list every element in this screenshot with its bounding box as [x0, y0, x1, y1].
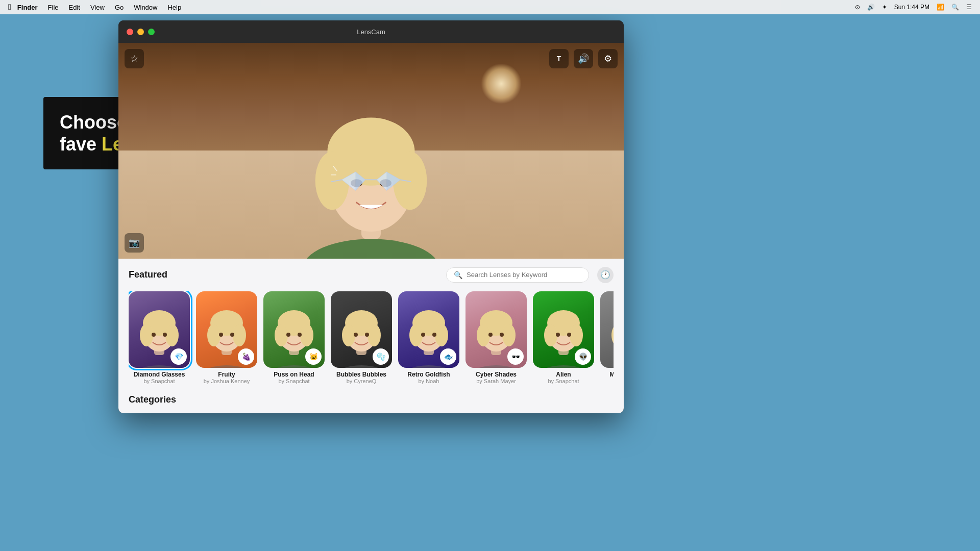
settings-icon: ⚙ — [604, 53, 612, 64]
camera-preview — [118, 43, 624, 259]
twitch-button[interactable]: T — [549, 49, 569, 68]
svg-point-24 — [165, 324, 179, 346]
apple-menu[interactable]:  — [8, 3, 11, 12]
person-preview — [269, 64, 473, 258]
featured-panel: Featured 🔍 🕐 — [118, 259, 624, 413]
svg-point-34 — [230, 333, 234, 337]
svg-point-72 — [570, 324, 583, 346]
lens-item[interactable]: 🕶️Cyber Shadesby Sarah Mayer — [465, 291, 527, 384]
lens-thumb[interactable]: 💎 — [129, 291, 190, 368]
lens-avatar-badge: 💎 — [170, 348, 187, 365]
search-input[interactable] — [467, 271, 581, 279]
lens-thumb-inner: 🕶️ — [465, 291, 527, 368]
svg-point-32 — [233, 324, 246, 346]
svg-point-42 — [298, 333, 302, 337]
lens-item[interactable]: 🐱Puss on Headby Snapchat — [263, 291, 325, 384]
lens-author: by Snapchat — [278, 378, 309, 384]
lens-name: Cyber Shades — [476, 371, 517, 378]
menu-go[interactable]: Go — [115, 4, 124, 11]
camera-icon: 📷 — [129, 237, 140, 248]
lens-avatar-badge: 🍇 — [238, 348, 254, 365]
lens-thumb[interactable]: 🕶️ — [465, 291, 527, 368]
lens-item[interactable]: 💎Diamond Glassesby Snapchat — [129, 291, 190, 384]
audio-icon: 🔊 — [578, 53, 589, 64]
lens-thumb[interactable]: 🐱 — [263, 291, 325, 368]
lens-thumb-inner: 👽 — [533, 291, 594, 368]
lens-author: by Sarah Mayer — [476, 378, 516, 384]
lens-avatar-badge: 👽 — [575, 348, 591, 365]
svg-point-50 — [365, 333, 369, 337]
lens-thumb-inner: 🍇 — [196, 291, 257, 368]
lens-thumb-inner: 💎 — [129, 291, 190, 368]
app-window: LensCam — [118, 20, 624, 413]
volume-icon: 🔊 — [867, 4, 875, 11]
lens-item[interactable]: 🐟Retro Goldfishby Noah — [398, 291, 459, 384]
svg-point-25 — [152, 333, 156, 337]
svg-point-59 — [471, 365, 522, 368]
svg-point-55 — [409, 324, 423, 346]
menu-file[interactable]: File — [48, 4, 59, 11]
twitch-icon: T — [557, 55, 561, 63]
menu-help[interactable]: Help — [167, 4, 181, 11]
star-icon: ☆ — [130, 53, 138, 64]
menu-view[interactable]: View — [90, 4, 105, 11]
lens-item[interactable]: 🍇Fruityby Joshua Kenney — [196, 291, 257, 384]
lens-person-svg — [603, 296, 614, 368]
menu-edit[interactable]: Edit — [69, 4, 80, 11]
lens-name: Diamond Glasses — [134, 371, 185, 378]
lens-thumb-inner: 🐟 — [398, 291, 459, 368]
lens-avatar-badge: 🐱 — [305, 348, 322, 365]
finder-label[interactable]: Finder — [17, 4, 38, 11]
svg-point-19 — [134, 365, 185, 368]
top-left-controls: ☆ — [125, 49, 144, 68]
lens-author: by Snapchat — [143, 378, 175, 384]
lens-name: Bubbles Bubbles — [336, 371, 386, 378]
top-right-controls: T 🔊 ⚙ — [549, 49, 618, 68]
svg-point-51 — [403, 365, 454, 368]
titlebar: LensCam — [118, 20, 624, 43]
lens-thumb-inner: 👩 — [600, 291, 614, 368]
lens-thumb[interactable]: 🐟 — [398, 291, 459, 368]
close-button[interactable] — [127, 29, 133, 35]
audio-button[interactable]: 🔊 — [574, 49, 593, 68]
svg-point-64 — [502, 324, 516, 346]
star-button[interactable]: ☆ — [125, 49, 144, 68]
svg-point-57 — [421, 333, 425, 337]
control-center-icon[interactable]: ☰ — [966, 4, 972, 11]
svg-point-0 — [303, 239, 439, 259]
lens-thumb[interactable]: 🍇 — [196, 291, 257, 368]
minimize-button[interactable] — [137, 29, 144, 35]
lens-name: Alien — [556, 371, 571, 378]
lens-item[interactable]: 👩My Twin Sisterby Snapchat — [600, 291, 614, 384]
lens-thumb[interactable]: 👩 — [600, 291, 614, 368]
lens-item[interactable]: 🫧Bubbles Bubblesby CyreneQ — [331, 291, 392, 384]
lens-avatar-badge: 🕶️ — [507, 348, 524, 365]
svg-point-35 — [268, 365, 320, 368]
svg-point-26 — [163, 333, 167, 337]
capture-button[interactable]: 📷 — [125, 233, 144, 253]
window-title: LensCam — [357, 28, 385, 36]
lens-thumb[interactable]: 🫧 — [331, 291, 392, 368]
search-bar[interactable]: 🔍 — [446, 267, 589, 283]
svg-point-27 — [201, 365, 252, 368]
svg-point-39 — [275, 324, 288, 346]
featured-header: Featured 🔍 🕐 — [129, 267, 614, 283]
lens-avatar-badge: 🫧 — [373, 348, 389, 365]
bluetooth-icon: ✦ — [882, 4, 887, 11]
maximize-button[interactable] — [148, 29, 155, 35]
menubar-right: ⊙ 🔊 ✦ Sun 1:44 PM 📶 🔍 ☰ — [855, 4, 972, 11]
svg-point-65 — [488, 333, 493, 337]
svg-point-63 — [477, 324, 490, 346]
svg-point-48 — [368, 324, 381, 346]
settings-button[interactable]: ⚙ — [598, 49, 618, 68]
lens-item[interactable]: 👽Alienby Snapchat — [533, 291, 594, 384]
spotlight-icon[interactable]: 🔍 — [951, 4, 959, 11]
menu-window[interactable]: Window — [134, 4, 157, 11]
menubar-left:  Finder File Edit View Go Window Help — [8, 3, 181, 12]
history-button[interactable]: 🕐 — [597, 267, 614, 283]
svg-point-33 — [219, 333, 223, 337]
lens-author: by Noah — [419, 378, 439, 384]
menubar:  Finder File Edit View Go Window Help ⊙… — [0, 0, 980, 14]
lens-author: by Snapchat — [548, 378, 579, 384]
lens-thumb[interactable]: 👽 — [533, 291, 594, 368]
